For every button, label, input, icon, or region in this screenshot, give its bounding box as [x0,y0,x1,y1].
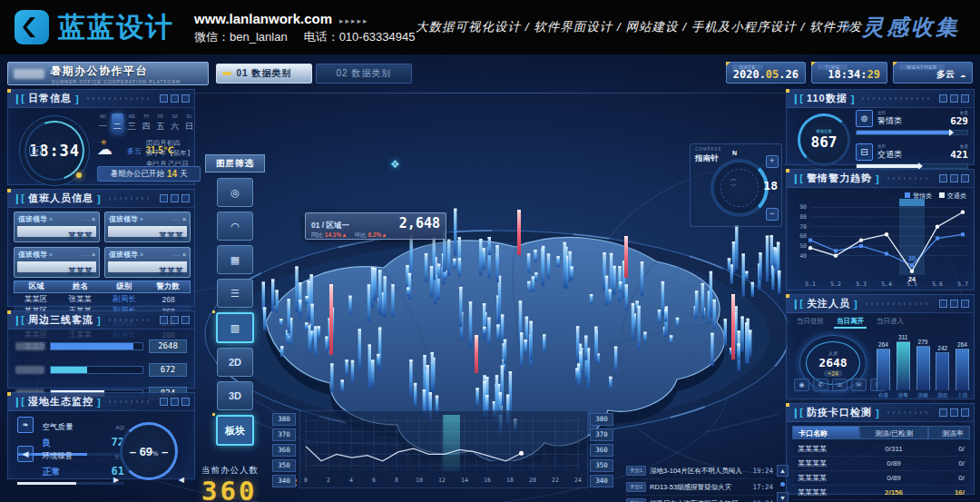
focus-mini-icon[interactable]: ☏ [832,379,848,391]
type-name: 警情类 [877,115,902,127]
duty-card-head: 值班领导»···× [15,212,99,224]
close-icon[interactable]: × [92,251,95,258]
air-unit: AQI [116,425,124,430]
minimize-icon[interactable] [939,408,947,417]
alert-row[interactable]: 类型1湿地3-104片区有不明人员闯入19:24 [626,463,773,479]
expand-icon[interactable] [181,316,190,324]
panel-title: 湿地生态监控 [28,395,93,408]
minimize-icon[interactable] [160,94,168,103]
type-name: 交通类 [877,149,902,161]
more-icon[interactable]: ··· [172,217,181,222]
alert-type-badge: 类型1 [626,466,646,476]
focus-tab[interactable]: 当日进入 [874,316,906,329]
date-plate: DATE 2020.05.26 [726,62,806,84]
website-link[interactable]: www.lanlanwork.com [194,11,332,26]
svg-text:18: 18 [506,477,514,484]
barchart-icon[interactable]: ▥ [216,312,254,343]
duty-card-body: 某某某 [17,261,96,272]
list-icon[interactable]: ☰ [217,279,253,308]
duty-card-name: 某某某 [68,231,93,241]
minimize-icon[interactable] [160,316,168,324]
window-icon[interactable] [171,94,179,103]
alert-text: 某路口有小汽车连闯三个红灯 [650,499,749,502]
expand-icon[interactable] [181,94,190,103]
focus-tab[interactable]: 当日离开 [834,316,867,329]
zoom-out-button[interactable]: − [766,208,779,221]
focus-mini-icon[interactable]: ✆ [813,379,828,391]
minimize-icon[interactable] [939,300,947,308]
checkpoint-col-header[interactable]: 卡口名称 [792,426,859,439]
compass-dial[interactable] [710,159,769,217]
focus-mini-icon[interactable]: ◉ [794,379,809,391]
window-icon[interactable] [171,398,179,406]
window-icon[interactable] [950,94,958,103]
tab-data-category-1[interactable]: 01 数据类别 [216,64,312,84]
close-icon[interactable]: × [182,216,186,222]
checkpoint-table: 卡口名称测温/已检测测温率某某某某0/3110/某某某某0/890/某某某某0/… [792,426,970,502]
expand-icon[interactable] [961,94,969,103]
tooltip-value: 2,648 [399,215,440,231]
window-icon[interactable] [171,316,179,324]
minimize-icon[interactable] [160,398,168,406]
minimize-icon[interactable] [939,174,947,182]
expand-icon[interactable] [961,300,969,308]
data110-row: ⊟类型交通类数量421 [856,143,968,169]
signal-icon[interactable]: ◠ [217,212,253,241]
checkpoint-row: 某某某某0/3110/ [792,442,970,457]
scroll-up-icon[interactable]: ▲ [777,465,789,477]
duty-card[interactable]: 值班领导»···×某某某 [104,247,191,278]
close-icon[interactable]: × [92,216,95,222]
alert-row[interactable]: 类型2RD13-53烟感报警疑似火灾17:24 [626,479,773,496]
close-icon[interactable]: × [182,251,186,258]
checkpoint-col-header[interactable]: 测温率 [928,426,970,439]
chevron-right-icon: » [140,216,143,222]
duty-cell: 张某某 [58,294,103,305]
block-icon[interactable]: 板块 [216,415,254,446]
duty-card[interactable]: 值班领导»···×某某某 [104,212,191,242]
location-icon[interactable]: ◎ [217,178,253,207]
weekday-cell: SA六 [169,113,181,133]
gauge-left-arrow[interactable]: ▶ [113,476,119,484]
alert-text: 湿地3-104片区有不明人员闯入 [650,467,749,476]
compass-widget: COMPASS 指南针 N ︿﹀ + 18 − [690,143,782,227]
more-icon[interactable]: ··· [172,252,181,258]
alert-row[interactable]: 类型4某路口有小汽车连闯三个红灯19:24 [626,496,773,502]
duty-card[interactable]: 值班领导»···×某某某 [14,247,100,278]
more-icon[interactable]: ··· [82,217,90,222]
window-icon[interactable] [171,194,179,202]
expand-icon[interactable] [181,194,190,202]
expand-icon[interactable] [961,174,969,182]
focus-mini-icon[interactable]: ✉ [851,379,867,391]
duty-card[interactable]: 值班领导»···×某某某 [14,212,100,242]
expand-icon[interactable] [961,408,969,417]
y-axis-label: 340 [590,475,613,487]
grid-icon[interactable]: ▦ [217,245,253,274]
alert-scroll: ▲ ▼ [777,465,789,502]
checkpoint-row: 某某某某0/890/ [792,471,970,486]
window-icon[interactable] [950,174,958,182]
2d-icon[interactable]: 2D [217,348,253,377]
scroll-down-icon[interactable]: ▼ [777,492,789,502]
inspiration-collect[interactable]: ✧ 灵感收集 [838,0,960,54]
inspiration-icon: ✧ [838,15,855,39]
weekday-en: SU [183,114,195,119]
zoom-in-button[interactable]: + [766,155,779,168]
focus-bar-value: 311 [898,334,907,340]
duty-col-header: 警力数 [146,281,190,292]
window-icon[interactable] [950,408,958,417]
minimize-icon[interactable] [939,94,947,103]
expand-icon[interactable] [181,398,190,406]
y-axis-label: 370 [590,428,613,441]
more-icon[interactable]: ··· [82,252,90,258]
tab-data-category-2[interactable]: 02 数据类别 [316,64,412,84]
gauge-value: 867 [811,133,838,151]
focus-tab[interactable]: 当日驻留 [794,316,827,329]
window-icon[interactable] [950,300,958,308]
minimize-icon[interactable] [160,194,168,202]
duty-card-body: 某某某 [17,226,96,237]
dashboard: 暑期办公协作平台 SUMMER OFFICE COOPERATION PLATF… [0,54,980,502]
3d-icon[interactable]: 3D [217,381,253,410]
svg-text:8: 8 [395,477,398,484]
checkpoint-col-header[interactable]: 测温/已检测 [859,426,928,439]
gauge-right-arrow[interactable]: ◀ [179,476,184,484]
